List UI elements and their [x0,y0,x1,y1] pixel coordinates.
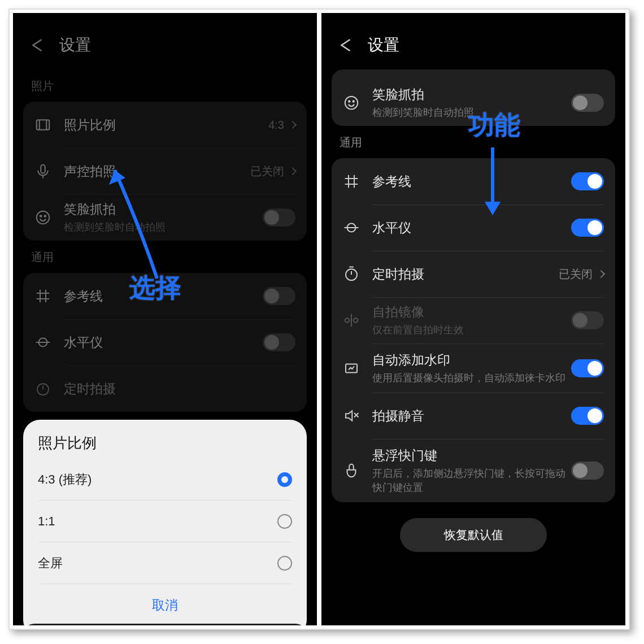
row-voice[interactable]: 声控拍照 已关闭 [23,148,307,194]
phone-left: 设置 照片 照片比例 4:3 声控拍照 已关闭 笑脸抓拍 检测到笑脸时自动拍照 [12,12,318,626]
voice-label: 声控拍照 [64,163,250,180]
timer-icon [343,266,360,282]
watermark-icon [343,360,360,377]
timer-label: 定时拍摄 [64,380,295,398]
section-photo: 照片 [13,69,317,102]
grid-toggle[interactable] [263,287,295,305]
svg-point-7 [45,215,46,217]
row-mute[interactable]: 拍摄静音 [332,393,615,439]
radio-unselected[interactable] [277,556,292,571]
smile-toggle[interactable] [571,94,604,112]
cancel-button[interactable]: 取消 [38,584,292,614]
row-smile[interactable]: 笑脸抓拍 检测到笑脸时自动拍照 [23,194,307,241]
ratio-icon [34,116,51,133]
opt-label: 1:1 [38,514,55,529]
chevron-icon [289,167,297,175]
ratio-popup: 照片比例 4:3 (推荐) 1:1 全屏 取消 [23,420,307,626]
touch-icon [343,462,360,479]
level-label: 水平仪 [372,219,571,237]
mirror-sub: 仅在前置自拍时生效 [372,323,571,337]
radio-selected[interactable] [277,472,292,487]
smile-label: 笑脸抓拍 [64,201,263,218]
page-title: 设置 [59,34,91,56]
general-card: 参考线 水平仪 定时拍摄 已关闭 自拍镜像 仅在前置自拍时生效 [332,158,615,502]
row-watermark[interactable]: 自动添加水印 使用后置摄像头拍摄时，自动添加徕卡水印 [332,343,615,393]
mute-toggle[interactable] [571,407,604,425]
mute-label: 拍摄静音 [372,407,571,425]
watermark-label: 自动添加水印 [372,351,571,369]
annotation-right: 功能 [468,108,520,143]
mirror-label: 自拍镜像 [372,303,571,321]
photo-ratio-value: 4:3 [268,119,284,132]
back-icon[interactable] [29,37,46,54]
row-timer[interactable]: 定时拍摄 已关闭 [332,251,615,297]
section-general: 通用 [13,241,317,273]
ratio-option-43[interactable]: 4:3 (推荐) [38,459,292,501]
photo-card: 照片比例 4:3 声控拍照 已关闭 笑脸抓拍 检测到笑脸时自动拍照 [23,102,307,241]
svg-point-5 [37,211,50,224]
svg-rect-0 [37,120,50,130]
opt-label: 全屏 [38,555,63,572]
phone-right: 设置 笑脸抓拍 检测到笑脸时自动拍照 通用 参考线 [320,12,626,626]
smile-icon [34,209,51,226]
grid-label: 参考线 [372,173,571,190]
collage-frame: 设置 照片 照片比例 4:3 声控拍照 已关闭 笑脸抓拍 检测到笑脸时自动拍照 [8,8,630,630]
timer-icon [34,380,51,397]
row-timer-cut[interactable]: 定时拍摄 [23,365,307,412]
svg-point-17 [349,101,350,102]
header: 设置 [321,13,625,69]
chevron-icon [597,270,605,278]
chevron-icon [289,121,297,129]
mirror-toggle [571,311,604,329]
level-icon [34,334,51,351]
row-level[interactable]: 水平仪 [332,204,615,251]
grid-icon [343,173,360,190]
float-label: 悬浮快门键 [372,447,571,464]
row-mirror: 自拍镜像 仅在前置自拍时生效 [332,297,615,343]
level-toggle[interactable] [263,333,295,351]
svg-point-18 [353,101,355,102]
timer-value: 已关闭 [559,267,593,282]
row-level[interactable]: 水平仪 [23,319,307,365]
level-icon [343,219,360,236]
svg-rect-3 [41,165,45,173]
header: 设置 [13,13,317,69]
svg-point-6 [40,215,42,217]
back-icon[interactable] [337,37,354,54]
grid-icon [34,288,51,304]
watermark-toggle[interactable] [571,359,604,377]
mirror-icon [343,312,360,329]
mute-icon [343,407,360,424]
annotation-left: 选择 [129,271,181,306]
grid-toggle[interactable] [571,172,604,190]
smile-toggle[interactable] [263,208,295,227]
photo-ratio-label: 照片比例 [64,116,268,134]
mic-icon [34,163,51,180]
ratio-option-11[interactable]: 1:1 [38,501,292,542]
svg-point-29 [354,318,358,323]
level-toggle[interactable] [571,219,604,237]
timer-label: 定时拍摄 [372,266,559,283]
row-float[interactable]: 悬浮快门键 开启后，添加侧边悬浮快门键，长按可拖动快门键位置 [332,439,615,502]
radio-unselected[interactable] [277,514,292,529]
restore-button[interactable]: 恢复默认值 [400,518,547,552]
level-label: 水平仪 [64,334,263,351]
watermark-sub: 使用后置摄像头拍摄时，自动添加徕卡水印 [372,371,571,385]
row-float-cut: 悬浮快门键 [23,624,307,626]
row-grid[interactable]: 参考线 [332,158,615,204]
row-photo-ratio[interactable]: 照片比例 4:3 [23,102,307,148]
smile-icon [343,94,360,111]
svg-point-28 [345,318,350,323]
page-title: 设置 [368,34,399,56]
voice-value: 已关闭 [250,164,284,179]
svg-point-16 [345,97,358,110]
opt-label: 4:3 (推荐) [38,471,92,488]
popup-title: 照片比例 [38,433,292,453]
row-cut-top [332,69,615,80]
float-toggle[interactable] [571,462,604,480]
smile-label: 笑脸抓拍 [372,86,571,103]
ratio-option-full[interactable]: 全屏 [38,542,292,584]
smile-sub: 检测到笑脸时自动拍照 [64,220,263,234]
float-sub: 开启后，添加侧边悬浮快门键，长按可拖动快门键位置 [372,467,571,494]
